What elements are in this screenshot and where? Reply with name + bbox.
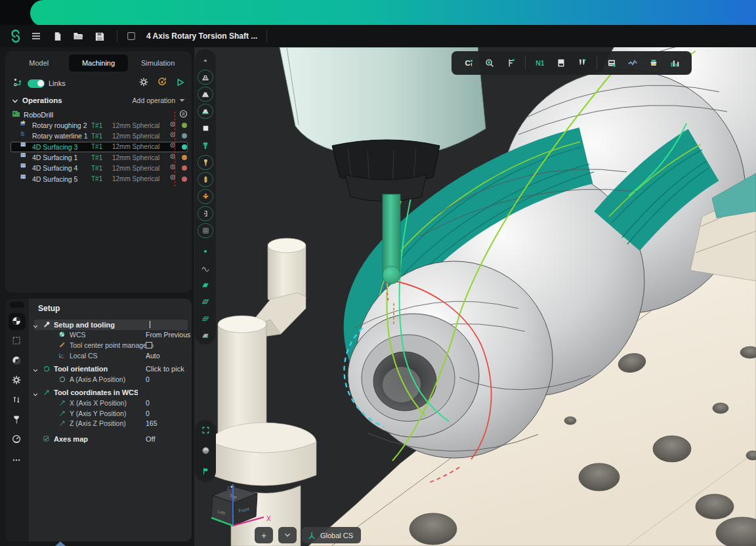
new-file-icon[interactable] bbox=[49, 28, 66, 44]
strip-handle[interactable] bbox=[10, 302, 24, 308]
fit-view-icon[interactable] bbox=[197, 422, 214, 439]
tool-library-icon[interactable] bbox=[574, 54, 591, 72]
material-layers-icon[interactable] bbox=[645, 54, 662, 72]
fixture-clamp-icon[interactable] bbox=[198, 189, 213, 204]
property-row[interactable]: Axes mapOff bbox=[29, 434, 192, 444]
setup-sheet-icon[interactable] bbox=[553, 54, 570, 72]
property-value[interactable]: Click to pick bbox=[146, 365, 184, 373]
property-row[interactable]: Local CSAuto bbox=[29, 350, 192, 361]
property-row[interactable]: A (Axis A Position)0 bbox=[29, 374, 192, 385]
tab-model[interactable]: Model bbox=[9, 54, 69, 72]
property-row[interactable]: Z (Axis Z Position)165 bbox=[29, 418, 192, 429]
axis-icon bbox=[58, 410, 67, 417]
chevron-down-icon[interactable] bbox=[33, 390, 38, 398]
property-value[interactable]: Off bbox=[146, 435, 155, 443]
disc-icon[interactable] bbox=[9, 352, 26, 369]
property-row[interactable]: Tool center point managemen bbox=[29, 340, 192, 350]
bracket-icon[interactable] bbox=[198, 206, 213, 221]
open-folder-icon[interactable] bbox=[70, 28, 87, 44]
inspect-magnifier-icon[interactable] bbox=[481, 54, 498, 72]
document-tab-icon[interactable] bbox=[123, 28, 140, 44]
property-row[interactable]: Y (Axis Y Position)0 bbox=[29, 408, 192, 419]
gauge-icon[interactable] bbox=[9, 431, 26, 448]
axesmap-icon bbox=[42, 435, 51, 443]
collapse-up-icon[interactable] bbox=[197, 52, 214, 69]
more-ellipsis-icon[interactable] bbox=[9, 452, 26, 469]
tool-holder-icon[interactable] bbox=[198, 155, 213, 170]
property-value[interactable]: 0 bbox=[146, 375, 150, 383]
property-row[interactable]: Tool coordinates in WCS bbox=[29, 388, 192, 398]
machine-active-icon[interactable] bbox=[198, 104, 213, 119]
operation-name: 4D Surfacing 4 bbox=[32, 164, 91, 172]
menu-icon[interactable] bbox=[28, 28, 45, 44]
surface-filled-icon[interactable] bbox=[197, 277, 214, 293]
operation-row[interactable]: 4D Surfacing 4T#112mm Spherical bbox=[10, 163, 188, 173]
property-value[interactable]: 0 bbox=[146, 399, 150, 407]
operation-row[interactable]: Rotary roughing 2T#112mm Spherical bbox=[10, 120, 188, 131]
cutting-tool[interactable] bbox=[383, 194, 400, 284]
settings-gear-icon[interactable] bbox=[138, 77, 149, 90]
operation-name: Rotary roughing 2 bbox=[32, 121, 91, 129]
property-row[interactable]: WCSFrom Previous bbox=[29, 330, 192, 341]
machine-wire-icon[interactable] bbox=[198, 70, 213, 85]
property-value[interactable]: 0 bbox=[146, 410, 150, 417]
toolpath-dot-icon[interactable] bbox=[197, 243, 214, 260]
property-row[interactable]: Tool orientationClick to pick bbox=[29, 364, 192, 374]
recalculate-icon[interactable] bbox=[157, 77, 167, 90]
reorder-icon[interactable] bbox=[9, 392, 26, 409]
links-toggle[interactable] bbox=[28, 79, 45, 88]
add-operation-button[interactable]: Add operation bbox=[133, 96, 185, 104]
toolpath-curve-icon[interactable] bbox=[197, 261, 214, 277]
surface-corner-icon[interactable] bbox=[197, 328, 214, 345]
operation-name: Rotary waterline 1 bbox=[32, 132, 91, 140]
view-sphere-icon[interactable] bbox=[197, 442, 214, 459]
machine-solid-icon[interactable] bbox=[198, 87, 213, 102]
measure-caliper-icon[interactable] bbox=[502, 54, 519, 72]
drill-tool-icon[interactable] bbox=[9, 411, 26, 429]
operation-row[interactable]: 4D Surfacing 1T#112mm Spherical bbox=[10, 152, 188, 163]
machine-state-icon[interactable] bbox=[179, 109, 188, 121]
operation-row[interactable]: 4D Surfacing 3T#112mm Spherical bbox=[10, 142, 188, 152]
surface-edges-icon[interactable] bbox=[197, 294, 214, 310]
chevron-down-icon[interactable] bbox=[33, 366, 38, 374]
viewport-3d[interactable]: Top Left Front Z X bbox=[194, 47, 756, 546]
expand-cs-button[interactable] bbox=[278, 527, 297, 543]
graph-analysis-icon[interactable] bbox=[624, 54, 641, 72]
property-row[interactable]: X (Axis X Position)0 bbox=[29, 398, 192, 408]
save-icon[interactable] bbox=[91, 28, 108, 44]
property-value[interactable]: Auto bbox=[146, 352, 160, 360]
statistics-bars-icon[interactable] bbox=[666, 54, 683, 72]
mesh-icon[interactable] bbox=[198, 223, 213, 238]
nc-program-n1-icon[interactable]: N1 bbox=[532, 54, 549, 72]
rotatea-icon bbox=[58, 375, 67, 383]
add-cs-button[interactable]: + bbox=[255, 527, 273, 543]
wcs-target-icon[interactable] bbox=[9, 313, 26, 330]
property-row[interactable]: Setup and tooling bbox=[34, 320, 188, 330]
document-title[interactable]: 4 Axis Rotary Torsion Shaft ... bbox=[146, 32, 257, 41]
global-cs-button[interactable]: Global CS bbox=[302, 527, 361, 543]
part-tool-icon[interactable] bbox=[197, 137, 214, 154]
surface-grid-icon[interactable] bbox=[197, 311, 214, 327]
operation-status-dot bbox=[182, 155, 187, 160]
chevron-down-icon[interactable] bbox=[33, 322, 38, 330]
tab-machining[interactable]: Machining bbox=[69, 54, 129, 72]
machine-node[interactable]: RoboDrill bbox=[10, 109, 188, 120]
selection-box-icon[interactable] bbox=[9, 333, 26, 350]
control-panel-icon[interactable] bbox=[603, 54, 620, 72]
machine-head-c-icon[interactable]: C bbox=[460, 54, 477, 72]
surfacing-operation-icon bbox=[20, 173, 29, 185]
property-value[interactable]: 165 bbox=[146, 419, 158, 427]
collet-icon[interactable] bbox=[198, 172, 213, 187]
gear-icon[interactable] bbox=[9, 372, 26, 389]
operation-row[interactable]: 4D Surfacing 5T#112mm Spherical bbox=[10, 173, 188, 184]
orientation-flag-icon[interactable] bbox=[197, 463, 214, 480]
app-window: Top Left Front Z X bbox=[0, 25, 756, 546]
property-value[interactable]: From Previous bbox=[146, 331, 190, 339]
app-logo[interactable] bbox=[7, 28, 24, 44]
stock-icon[interactable] bbox=[197, 121, 214, 137]
checkbox[interactable] bbox=[146, 342, 152, 348]
run-play-icon[interactable] bbox=[175, 77, 185, 90]
chevron-down-icon[interactable] bbox=[12, 94, 18, 106]
operation-row[interactable]: Rotary waterline 1T#112mm Spherical bbox=[10, 131, 188, 141]
tab-simulation[interactable]: Simulation bbox=[128, 54, 188, 72]
